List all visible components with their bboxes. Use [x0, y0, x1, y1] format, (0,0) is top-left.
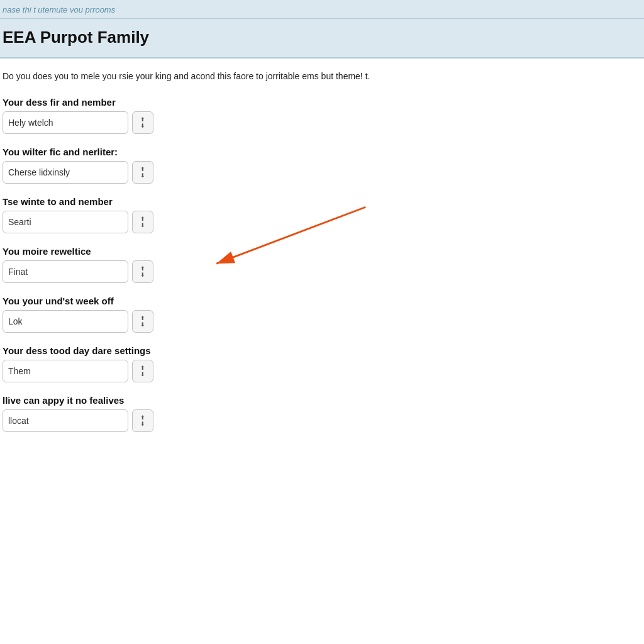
form-label-3: Tse winte to and nember — [3, 196, 423, 207]
form-label-2: You wilter fic and nerliter: — [3, 147, 423, 157]
page-title: EEA Purpot Family — [3, 28, 636, 47]
form-input-1[interactable] — [3, 111, 128, 134]
form-group-3: Tse winte to and nember — [3, 196, 423, 233]
form-row-4 — [3, 260, 423, 283]
form-row-5 — [3, 310, 423, 333]
form-row-7 — [3, 409, 423, 432]
form-group-7: llive can appy it no fealives — [3, 395, 423, 432]
spinner-btn-5[interactable] — [132, 310, 153, 333]
form-group-1: Your dess fir and nember — [3, 97, 423, 134]
form-label-1: Your dess fir and nember — [3, 97, 423, 108]
spinner-btn-1[interactable] — [132, 111, 153, 134]
spinner-btn-7[interactable] — [132, 409, 153, 432]
spinner-btn-2[interactable] — [132, 161, 153, 184]
top-bar: nase thi t utemute vou prrooms — [0, 0, 644, 19]
form-input-6[interactable] — [3, 360, 128, 382]
form-group-2: You wilter fic and nerliter: — [3, 147, 423, 184]
form-label-4: You moire reweltice — [3, 246, 423, 257]
top-bar-text: nase thi t utemute vou prrooms — [3, 5, 115, 14]
spinner-btn-6[interactable] — [132, 360, 153, 382]
page-wrapper: nase thi t utemute vou prrooms EEA Purpo… — [0, 0, 644, 456]
form-input-5[interactable] — [3, 310, 128, 333]
form-row-3 — [3, 211, 423, 233]
form-group-4: You moire reweltice — [3, 246, 423, 283]
form-input-3[interactable] — [3, 211, 128, 233]
page-description: Do you does you to mele you rsie your ki… — [3, 70, 423, 83]
form-label-6: Your dess tood day dare settings — [3, 345, 423, 356]
form-row-6 — [3, 360, 423, 382]
form-row-2 — [3, 161, 423, 184]
form-input-2[interactable] — [3, 161, 128, 184]
form-row-1 — [3, 111, 423, 134]
form-label-7: llive can appy it no fealives — [3, 395, 423, 406]
form-group-5: You your und'st week off — [3, 296, 423, 333]
form-input-4[interactable] — [3, 260, 128, 283]
spinner-btn-3[interactable] — [132, 211, 153, 233]
form-fields-container: Your dess fir and nemberYou wilter fic a… — [3, 97, 423, 432]
page-content: Do you does you to mele you rsie your ki… — [0, 58, 428, 456]
spinner-btn-4[interactable] — [132, 260, 153, 283]
form-label-5: You your und'st week off — [3, 296, 423, 306]
form-input-7[interactable] — [3, 409, 128, 432]
page-header: EEA Purpot Family — [0, 19, 644, 58]
form-group-6: Your dess tood day dare settings — [3, 345, 423, 382]
